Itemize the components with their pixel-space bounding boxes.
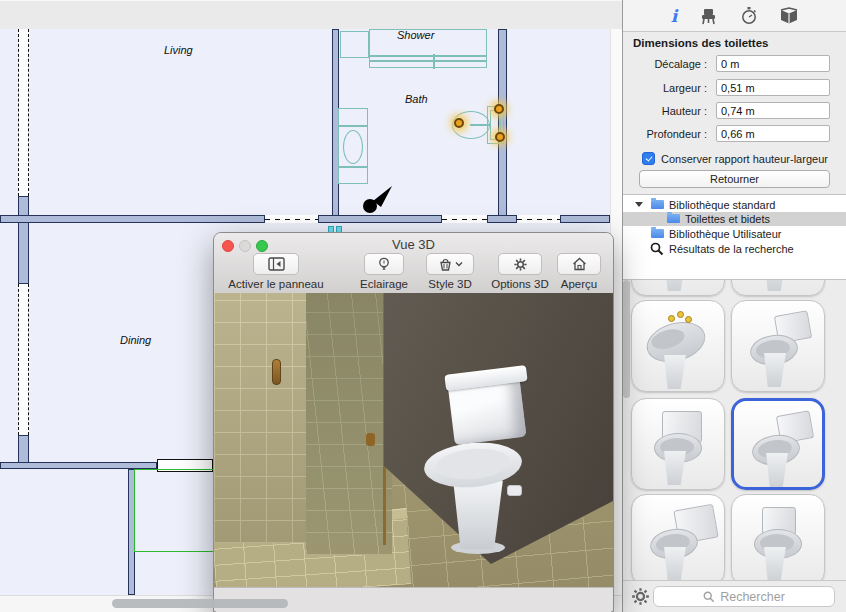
sink-basin-symbol — [343, 130, 363, 164]
disclosure-triangle-icon[interactable] — [635, 202, 643, 207]
3d-shower-back-wall — [214, 293, 306, 543]
thumbnail-bidet[interactable] — [631, 300, 725, 392]
3d-toilet-lever — [507, 485, 522, 496]
thumbnail-toilet[interactable] — [631, 280, 725, 296]
thumbnail-toilet[interactable] — [631, 398, 725, 490]
selection-handle[interactable] — [454, 118, 464, 128]
inspector-sidebar: i Dimensions des toilettes Décalage : L — [622, 0, 846, 612]
wall[interactable] — [0, 462, 157, 469]
3d-viewport[interactable] — [214, 293, 613, 587]
toolbar-label: Style 3D — [418, 278, 482, 290]
wall[interactable] — [560, 215, 610, 223]
preview-button[interactable] — [557, 253, 601, 275]
vue-3d-window[interactable]: Vue 3D Activer le panneau — [213, 232, 614, 612]
room-label-bath: Bath — [405, 93, 428, 105]
search-icon — [650, 242, 664, 256]
tree-item-search-results[interactable]: Résultats de la recherche — [623, 242, 846, 256]
width-field[interactable] — [716, 79, 830, 96]
info-tab-icon[interactable]: i — [671, 6, 677, 26]
field-label-width: Largeur : — [623, 82, 707, 94]
keep-ratio-label: Conserver rapport hauteur-largeur — [661, 153, 828, 165]
door-opening[interactable] — [442, 215, 487, 223]
vue-3d-titlebar[interactable]: Vue 3D Activer le panneau — [214, 233, 613, 294]
door-opening[interactable] — [517, 215, 560, 223]
lightbulb-icon — [377, 257, 391, 272]
thumbnail-toilet[interactable] — [731, 280, 825, 296]
wall-window-dashed[interactable] — [18, 29, 29, 196]
tree-item-label: Bibliothèque standard — [669, 199, 775, 211]
options-3d-button[interactable] — [498, 253, 542, 275]
toolbar-label: Eclairage — [352, 278, 416, 290]
house-icon — [572, 257, 587, 271]
field-label-height: Hauteur : — [623, 105, 707, 117]
selection-handle[interactable] — [495, 132, 505, 142]
thumbnail-toilet-selected[interactable] — [731, 398, 825, 490]
vanity-line — [339, 125, 367, 127]
wall[interactable] — [18, 196, 29, 284]
shower-shelf-symbol[interactable] — [340, 31, 369, 58]
vanity-line — [339, 166, 367, 168]
tree-item-toilets-bidets[interactable]: Toilettes et bidets — [623, 212, 846, 226]
window-title: Vue 3D — [214, 237, 613, 252]
toolbar-group-style3d: Style 3D — [418, 253, 482, 290]
camera-marker-icon[interactable] — [360, 181, 394, 215]
library-tree: Bibliothèque standard Toilettes et bidet… — [623, 194, 846, 280]
wall[interactable] — [318, 215, 442, 223]
tree-item-label: Résultats de la recherche — [669, 243, 794, 255]
timer-tab-icon[interactable] — [740, 6, 758, 25]
shower-door-tick — [433, 54, 435, 69]
shower-door-symbol[interactable] — [369, 61, 487, 68]
bidet-faucet — [668, 315, 675, 322]
tree-item-label: Bibliothèque Utilisateur — [669, 228, 782, 240]
flip-button[interactable]: Retourner — [639, 170, 830, 188]
tree-item-label: Toilettes et bidets — [685, 213, 770, 225]
room-label-living: Living — [164, 44, 193, 56]
plan-toolbar-strip — [0, 0, 622, 31]
room-label-dining: Dining — [120, 334, 151, 346]
library-tab-icon[interactable] — [779, 7, 799, 24]
thumbnail-scrollbar-thumb[interactable] — [623, 280, 630, 398]
thumbnail-toilet[interactable] — [731, 300, 825, 392]
toolbar-group-lighting: Eclairage — [352, 253, 416, 290]
lighting-button[interactable] — [364, 253, 404, 275]
selection-handle[interactable] — [494, 104, 504, 114]
library-search-input[interactable]: Rechercher — [653, 586, 835, 607]
thumbnail-toilet[interactable] — [731, 494, 825, 580]
offset-field[interactable] — [716, 55, 830, 72]
wall[interactable] — [487, 215, 517, 223]
toilet-line — [470, 124, 490, 126]
folder-icon — [651, 200, 664, 209]
room-label-shower: Shower — [397, 29, 434, 41]
toolbar-label: Activer le panneau — [217, 278, 335, 290]
furniture-tab-icon[interactable] — [699, 7, 718, 25]
gear-icon — [513, 257, 528, 272]
3d-shower-glass-door — [306, 293, 386, 545]
3d-door-handle — [272, 359, 281, 385]
panel-toggle-icon — [268, 257, 285, 271]
height-field[interactable] — [716, 102, 830, 119]
tree-item-user-library[interactable]: Bibliothèque Utilisateur — [623, 227, 846, 241]
activate-panel-button[interactable] — [253, 253, 299, 275]
panel-title: Dimensions des toilettes — [633, 37, 768, 49]
folder-icon — [651, 229, 664, 238]
app-window: Living Shower Bath Dining Vue 3D — [0, 0, 846, 612]
thumbnail-toilet[interactable] — [631, 494, 725, 580]
door-opening[interactable] — [265, 215, 318, 223]
keep-ratio-checkbox[interactable] — [642, 152, 655, 165]
depth-field[interactable] — [716, 125, 830, 142]
plan-horizontal-scrollbar-thumb[interactable] — [112, 599, 288, 608]
gear-icon[interactable] — [631, 587, 650, 606]
wall-window-dashed[interactable] — [18, 284, 29, 435]
toolbar-group-options3d: Options 3D — [484, 253, 556, 290]
search-placeholder: Rechercher — [720, 590, 785, 604]
tree-item-standard-library[interactable]: Bibliothèque standard — [623, 198, 846, 212]
toolbar-label: Options 3D — [484, 278, 556, 290]
style-3d-button[interactable] — [426, 253, 474, 275]
inspector-tabbar: i — [623, 0, 846, 32]
chevron-down-icon — [455, 261, 463, 267]
toolbar-group-preview: Aperçu — [550, 253, 608, 290]
field-label-offset: Décalage : — [623, 58, 707, 70]
library-footer: Rechercher — [623, 580, 846, 612]
wall[interactable] — [0, 215, 265, 223]
toolbar-group-panel: Activer le panneau — [217, 253, 335, 290]
